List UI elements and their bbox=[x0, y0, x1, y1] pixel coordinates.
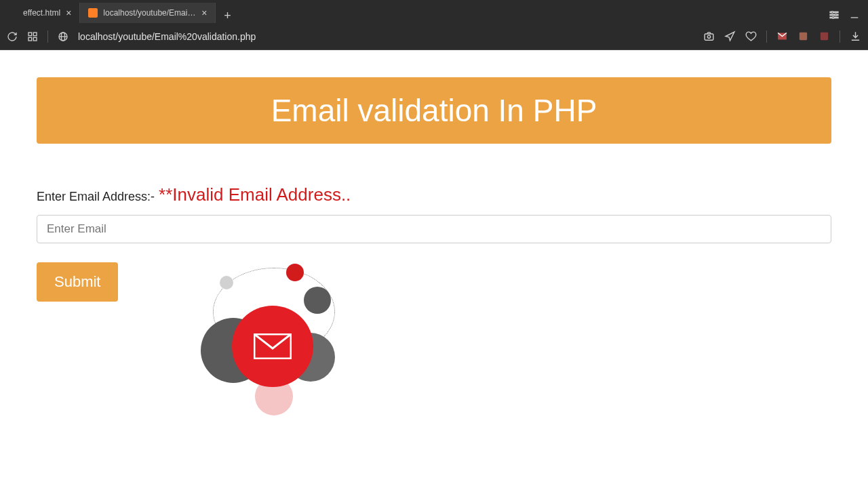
tab-close-1[interactable]: × bbox=[201, 8, 207, 18]
svg-rect-9 bbox=[28, 37, 32, 41]
reload-icon[interactable] bbox=[7, 31, 18, 42]
gmail-icon[interactable] bbox=[776, 30, 788, 42]
svg-rect-10 bbox=[33, 37, 37, 41]
separator bbox=[47, 30, 48, 43]
browser-tab-1[interactable]: localhost/youtube/Email va × bbox=[80, 3, 216, 23]
svg-rect-17 bbox=[800, 33, 807, 40]
camera-icon[interactable] bbox=[703, 30, 715, 42]
send-icon[interactable] bbox=[724, 30, 736, 42]
separator-3 bbox=[840, 30, 840, 43]
svg-rect-7 bbox=[28, 33, 32, 36]
svg-rect-8 bbox=[33, 33, 37, 36]
tab-close-0[interactable]: × bbox=[66, 8, 71, 18]
svg-point-4 bbox=[835, 14, 837, 16]
mail-icon bbox=[232, 306, 313, 387]
globe-icon bbox=[58, 31, 68, 42]
email-field[interactable] bbox=[37, 215, 831, 243]
url-field[interactable]: localhost/youtube/Email%20validation.php bbox=[78, 31, 694, 42]
browser-tab-0[interactable]: effect.html × bbox=[0, 3, 80, 23]
page-title-banner: Email validation In PHP bbox=[37, 77, 831, 144]
extension-icon-2[interactable] bbox=[818, 30, 830, 42]
tab-label-0: effect.html bbox=[23, 8, 60, 18]
svg-point-5 bbox=[832, 17, 834, 19]
svg-point-15 bbox=[707, 35, 710, 38]
new-tab-button[interactable]: + bbox=[216, 9, 239, 23]
svg-rect-18 bbox=[821, 33, 828, 40]
tab-bar: effect.html × localhost/youtube/Email va… bbox=[0, 0, 868, 23]
extension-icon-1[interactable] bbox=[797, 30, 809, 42]
email-label: Enter Email Address:- bbox=[37, 190, 155, 204]
heart-icon[interactable] bbox=[745, 30, 757, 42]
svg-rect-14 bbox=[705, 34, 713, 40]
address-bar: localhost/youtube/Email%20validation.php bbox=[0, 23, 868, 50]
window-controls bbox=[829, 9, 868, 23]
page-content: Email validation In PHP Enter Email Addr… bbox=[0, 50, 868, 445]
tab-label-1: localhost/youtube/Email va bbox=[103, 8, 196, 18]
validation-error: **Invalid Email Address.. bbox=[159, 184, 351, 205]
svg-point-3 bbox=[831, 12, 833, 14]
tab-favicon-0 bbox=[8, 8, 18, 18]
email-form: Enter Email Address:- **Invalid Email Ad… bbox=[37, 184, 831, 418]
xampp-favicon bbox=[88, 8, 98, 18]
submit-button[interactable]: Submit bbox=[37, 262, 118, 302]
settings-toggle-icon[interactable] bbox=[829, 9, 840, 23]
minimize-icon[interactable] bbox=[849, 9, 860, 23]
download-icon[interactable] bbox=[850, 30, 861, 42]
separator-2 bbox=[766, 30, 767, 43]
email-graphic bbox=[186, 262, 362, 418]
grid-icon[interactable] bbox=[27, 31, 38, 42]
